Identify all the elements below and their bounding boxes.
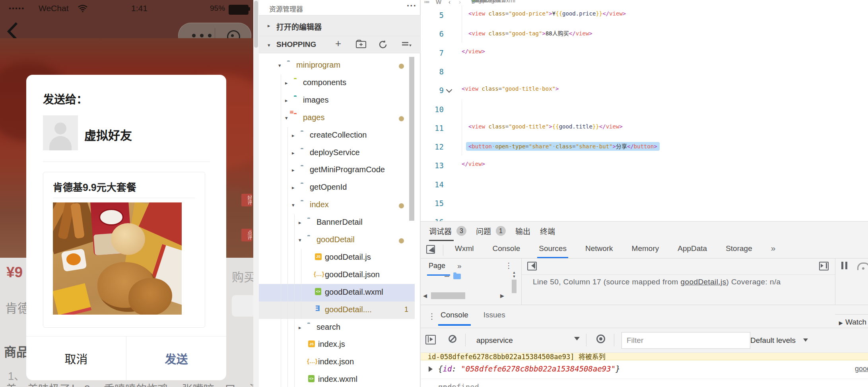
- photo-shape: [111, 223, 145, 255]
- tree-item-gooddetail[interactable]: ▾goodDetail: [259, 231, 415, 249]
- tree-item-createcollection[interactable]: ▸createCollection: [259, 127, 415, 144]
- hide-navigator-icon[interactable]: [527, 262, 537, 270]
- devtools-tab-Network[interactable]: Network: [585, 244, 613, 259]
- collapse-all-icon[interactable]: [401, 40, 412, 49]
- cancel-button[interactable]: 取消: [26, 336, 126, 380]
- pause-icon[interactable]: [841, 262, 848, 269]
- tree-item-bannerdetail[interactable]: ▸BannerDetail: [259, 214, 415, 231]
- log-levels-select[interactable]: Default levels: [750, 336, 796, 345]
- devtools-tab-Wxml[interactable]: Wxml: [455, 244, 474, 259]
- tree-item-index-json[interactable]: {…}index.json: [259, 354, 415, 371]
- tree-item-getminiprogramcode[interactable]: ▸getMiniProgramCode: [259, 161, 415, 179]
- clear-console-icon[interactable]: [449, 335, 456, 343]
- more-tabs-icon[interactable]: »: [457, 262, 462, 270]
- code-editor[interactable]: ≔ W ‹ › miniprogram›pages›index›goodDeta…: [420, 0, 868, 221]
- fold-chevron-icon[interactable]: [446, 87, 452, 93]
- project-section-header[interactable]: ▾ SHOPPING +: [259, 36, 420, 53]
- kebab-menu-icon[interactable]: ⋮: [428, 311, 436, 321]
- open-editors-section[interactable]: ▸ 打开的编辑器: [259, 15, 420, 36]
- code-line-12[interactable]: 12<button·open-type="share"·class="share…: [421, 137, 868, 156]
- new-file-icon[interactable]: +: [335, 37, 341, 50]
- code-line-7[interactable]: 7</view>: [421, 43, 868, 62]
- tree-item-gooddetail-json[interactable]: {…}goodDetail.json: [259, 266, 415, 284]
- photo-shape: [66, 253, 81, 265]
- code-line-10[interactable]: 10: [421, 99, 868, 118]
- tree-item-getopenid[interactable]: ▸getOpenId: [259, 179, 415, 196]
- explorer-menu-icon[interactable]: ···: [407, 1, 417, 11]
- avatar[interactable]: [43, 115, 78, 150]
- tree-item-index-js[interactable]: JSindex.js: [259, 336, 415, 354]
- panel-tab-终端[interactable]: 终端: [540, 226, 555, 241]
- console-log-row[interactable]: {id: "058dfefe6278c8bb022a15384508ae93"}…: [421, 360, 868, 379]
- tree-item-gooddetail-wxml[interactable]: <>goodDetail.wxml: [259, 284, 415, 301]
- panel-tab-输出[interactable]: 输出: [515, 226, 530, 241]
- tree-item-gooddetail-js[interactable]: JSgoodDetail.js: [259, 249, 415, 266]
- tree-item-index-wxml[interactable]: <>index.wxml: [259, 371, 415, 387]
- new-folder-icon[interactable]: [356, 40, 366, 49]
- devtools-tab-Console[interactable]: Console: [492, 244, 520, 259]
- live-expression-icon[interactable]: [596, 334, 605, 343]
- code-line-11[interactable]: 11<view class="good-title">{{good.title}…: [421, 118, 868, 137]
- expand-triangle-icon[interactable]: [429, 366, 435, 372]
- tree-item-components[interactable]: ▸components: [259, 74, 415, 92]
- tree-item-pages[interactable]: ▾<>pages: [259, 109, 415, 127]
- mini-vertical-scrollbar[interactable]: ▲▼: [511, 270, 517, 293]
- code-area[interactable]: 5<view class="good-price">¥{{good.price}…: [421, 7, 868, 221]
- code-line-9[interactable]: 9<view class="good-title-box">: [421, 80, 868, 99]
- send-button[interactable]: 发送: [126, 336, 226, 380]
- outline-icon[interactable]: ≔: [424, 0, 430, 6]
- devtools-tab-more[interactable]: »: [771, 243, 776, 259]
- tree-item-index[interactable]: ▾index: [259, 196, 415, 214]
- code-line-5[interactable]: 5<view class="good-price">¥{{good.price}…: [421, 5, 868, 24]
- source-file-link[interactable]: goodDetail.js: [681, 278, 726, 286]
- explorer-scrollbar[interactable]: [409, 57, 414, 221]
- code-line-15[interactable]: 15: [421, 193, 868, 212]
- indent-guide: [281, 266, 281, 284]
- network-conditions-icon[interactable]: [857, 263, 868, 270]
- execution-context-select[interactable]: appservice: [476, 336, 513, 345]
- tree-item-deployservice[interactable]: ▸deployService: [259, 144, 415, 162]
- tree-item-search[interactable]: ▸search: [259, 319, 415, 336]
- tree-item-gooddetail-[interactable]: ƎgoodDetail....1: [259, 301, 415, 319]
- tree-item-images[interactable]: ▸images: [259, 92, 415, 109]
- console-tab-Console[interactable]: Console: [441, 311, 468, 326]
- tree-item-miniprogram[interactable]: ▾miniprogram: [259, 57, 415, 74]
- more-options-button[interactable]: [192, 34, 217, 37]
- indent-guide: [294, 266, 295, 284]
- indent-guide: [294, 354, 295, 371]
- console-warning-row[interactable]: id-058dfefe6278c8bb022a15384508ae93] 将被系…: [421, 353, 868, 360]
- breadcrumb-item[interactable]: vie: [472, 0, 479, 4]
- panel-tab-问题[interactable]: 问题1: [476, 226, 506, 241]
- collapse-indicator[interactable]: [445, 276, 449, 277]
- code-line-16[interactable]: 16: [421, 212, 868, 221]
- tab-page[interactable]: Page: [429, 262, 445, 270]
- indent-guide: [462, 99, 462, 118]
- code-line-14[interactable]: 14: [421, 175, 868, 193]
- refresh-icon[interactable]: [378, 40, 388, 49]
- code-line-6[interactable]: 6<view class="good-tag">88人购买</view>: [421, 24, 868, 43]
- show-console-sidebar-icon[interactable]: [425, 335, 436, 344]
- devtools-tab-Sources[interactable]: Sources: [539, 244, 567, 259]
- chevron-right-icon: ▸: [292, 167, 295, 173]
- devtools-tab-Storage[interactable]: Storage: [726, 244, 752, 259]
- inspect-element-icon[interactable]: [426, 244, 437, 254]
- nav-forward-icon[interactable]: ›: [459, 0, 461, 5]
- devtools-tab-AppData[interactable]: AppData: [678, 244, 707, 259]
- devtools-tab-Memory[interactable]: Memory: [632, 244, 659, 259]
- recipient-name[interactable]: 虚拟好友: [84, 126, 132, 143]
- simulator-scrollbar[interactable]: [253, 0, 259, 387]
- console-result-row[interactable]: undefinedgoodDetail.js: [421, 379, 868, 387]
- source-location-link[interactable]: goodDetail.js: [438, 383, 454, 387]
- show-debugger-icon[interactable]: [819, 262, 829, 270]
- code-line-8[interactable]: 8: [421, 62, 868, 80]
- code-line-13[interactable]: 13</view>: [421, 156, 868, 174]
- source-location-link[interactable]: goodDetail.js: [855, 365, 868, 373]
- json-file-icon: {…}: [307, 358, 318, 364]
- nav-back-icon[interactable]: ‹: [449, 0, 451, 5]
- mini-horizontal-scrollbar[interactable]: ◀▶: [422, 292, 518, 300]
- folder-icon[interactable]: [453, 274, 461, 279]
- console-tab-Issues[interactable]: Issues: [484, 311, 505, 326]
- panel-tab-调试器[interactable]: 调试器3: [429, 226, 466, 241]
- kebab-menu-icon[interactable]: ⋮: [505, 261, 513, 270]
- console-filter-input[interactable]: [621, 332, 750, 349]
